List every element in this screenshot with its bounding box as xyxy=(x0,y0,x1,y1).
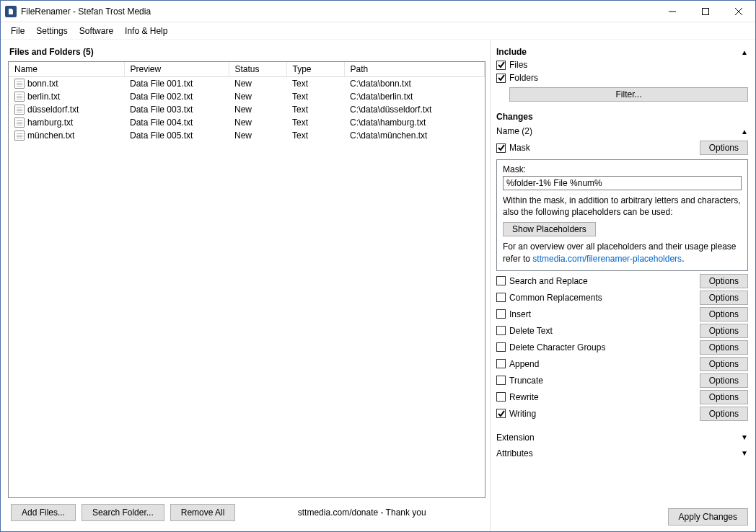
titlebar: FileRenamer - Stefan Trost Media xyxy=(1,1,755,22)
mask-panel: Mask: Within the mask, in addition to ar… xyxy=(496,159,748,271)
change-row-label: Append xyxy=(509,359,539,369)
search and replace-options-button[interactable]: Options xyxy=(700,274,748,288)
col-preview[interactable]: Preview xyxy=(124,62,229,77)
include-title: Include xyxy=(496,47,527,57)
menu-software[interactable]: Software xyxy=(74,24,119,38)
close-button[interactable] xyxy=(722,1,755,22)
file-icon xyxy=(14,118,25,128)
truncate-options-button[interactable]: Options xyxy=(700,373,748,388)
delete text-checkbox[interactable] xyxy=(496,326,506,335)
name-section-label: Name (2) xyxy=(496,126,532,136)
files-label: Files xyxy=(509,60,527,70)
writing-options-button[interactable]: Options xyxy=(700,407,748,421)
cell-status: New xyxy=(229,103,286,116)
mask-help2: For an overview over all placeholders an… xyxy=(503,241,742,264)
attributes-section[interactable]: Attributes ▼ xyxy=(496,445,748,461)
common replacements-checkbox[interactable] xyxy=(496,293,506,302)
delete text-options-button[interactable]: Options xyxy=(700,324,748,338)
app-icon xyxy=(5,6,17,17)
donate-text: sttmedia.com/donate - Thank you xyxy=(298,507,426,518)
cell-name: hamburg.txt xyxy=(27,118,73,128)
append-checkbox[interactable] xyxy=(496,359,506,368)
append-options-button[interactable]: Options xyxy=(700,357,748,371)
folders-checkbox[interactable] xyxy=(496,74,506,83)
cell-type: Text xyxy=(286,103,344,116)
truncate-checkbox[interactable] xyxy=(496,376,506,385)
remove-all-button[interactable]: Remove All xyxy=(170,504,236,521)
table-row[interactable]: bonn.txt Data File 001.txt New Text C:\d… xyxy=(9,77,485,91)
mask-checkbox[interactable] xyxy=(496,143,506,153)
menu-settings[interactable]: Settings xyxy=(30,24,73,38)
col-type[interactable]: Type xyxy=(286,62,344,77)
include-header[interactable]: Include ▲ xyxy=(496,45,748,58)
common replacements-options-button[interactable]: Options xyxy=(700,291,748,305)
mask-field-label: Mask: xyxy=(503,164,742,174)
collapse-icon: ▲ xyxy=(741,48,748,56)
menu-file[interactable]: File xyxy=(5,24,30,38)
delete character groups-options-button[interactable]: Options xyxy=(700,340,748,355)
cell-preview: Data File 003.txt xyxy=(124,103,229,116)
folders-label: Folders xyxy=(509,73,538,83)
change-row-label: Truncate xyxy=(509,376,543,386)
extension-section[interactable]: Extension ▼ xyxy=(496,430,748,445)
mask-help1: Within the mask, in addition to arbitrar… xyxy=(503,195,742,218)
search-folder-button[interactable]: Search Folder... xyxy=(82,504,164,521)
collapse-icon: ▲ xyxy=(741,128,748,136)
table-row[interactable]: düsseldorf.txt Data File 003.txt New Tex… xyxy=(9,103,485,116)
cell-path: C:\data\düsseldorf.txt xyxy=(344,103,485,116)
apply-changes-button[interactable]: Apply Changes xyxy=(668,508,748,526)
cell-status: New xyxy=(229,77,286,91)
writing-checkbox[interactable] xyxy=(496,409,506,418)
table-row[interactable]: berlin.txt Data File 002.txt New Text C:… xyxy=(9,90,485,103)
cell-preview: Data File 001.txt xyxy=(124,77,229,91)
change-row-label: Delete Text xyxy=(509,326,553,336)
add-files-button[interactable]: Add Files... xyxy=(11,504,76,521)
cell-status: New xyxy=(229,116,286,129)
files-table[interactable]: Name Preview Status Type Path bonn.txt D… xyxy=(8,61,485,498)
mask-options-button[interactable]: Options xyxy=(700,141,748,155)
expand-icon: ▼ xyxy=(741,449,748,457)
filter-button[interactable]: Filter... xyxy=(509,87,748,102)
insert-checkbox[interactable] xyxy=(496,309,506,319)
col-path[interactable]: Path xyxy=(344,62,485,77)
menubar: File Settings Software Info & Help xyxy=(1,22,755,40)
change-row-label: Rewrite xyxy=(509,392,539,402)
cell-name: münchen.txt xyxy=(27,130,74,141)
change-row-label: Search and Replace xyxy=(509,276,588,286)
show-placeholders-button[interactable]: Show Placeholders xyxy=(503,222,596,236)
menu-info[interactable]: Info & Help xyxy=(119,24,173,38)
table-row[interactable]: münchen.txt Data File 005.txt New Text C… xyxy=(9,129,485,142)
search and replace-checkbox[interactable] xyxy=(496,276,506,285)
cell-path: C:\data\bonn.txt xyxy=(344,77,485,91)
cell-path: C:\data\hamburg.txt xyxy=(344,116,485,129)
svg-rect-0 xyxy=(703,8,709,14)
file-icon xyxy=(14,79,25,89)
maximize-button[interactable] xyxy=(689,1,722,22)
rewrite-checkbox[interactable] xyxy=(496,392,506,402)
name-section[interactable]: Name (2) ▲ xyxy=(496,123,748,139)
delete character groups-checkbox[interactable] xyxy=(496,342,506,352)
minimize-button[interactable] xyxy=(656,1,689,22)
col-name[interactable]: Name xyxy=(9,62,124,77)
placeholders-link[interactable]: sttmedia.com/filerenamer-placeholders xyxy=(532,254,682,264)
col-status[interactable]: Status xyxy=(229,62,286,77)
mask-input[interactable] xyxy=(503,176,742,190)
mask-label: Mask xyxy=(509,143,530,153)
cell-type: Text xyxy=(286,116,344,129)
file-icon xyxy=(14,105,25,115)
change-row-label: Common Replacements xyxy=(509,293,602,303)
files-checkbox[interactable] xyxy=(496,61,506,70)
files-header: Files and Folders (5) xyxy=(8,45,485,61)
extension-label: Extension xyxy=(496,433,535,443)
attributes-label: Attributes xyxy=(496,448,533,458)
table-row[interactable]: hamburg.txt Data File 004.txt New Text C… xyxy=(9,116,485,129)
changes-header: Changes xyxy=(496,110,748,123)
file-icon xyxy=(14,130,25,141)
change-row-label: Delete Character Groups xyxy=(509,342,605,353)
insert-options-button[interactable]: Options xyxy=(700,307,748,322)
cell-path: C:\data\berlin.txt xyxy=(344,90,485,103)
cell-type: Text xyxy=(286,90,344,103)
rewrite-options-button[interactable]: Options xyxy=(700,390,748,404)
cell-preview: Data File 002.txt xyxy=(124,90,229,103)
cell-type: Text xyxy=(286,129,344,142)
